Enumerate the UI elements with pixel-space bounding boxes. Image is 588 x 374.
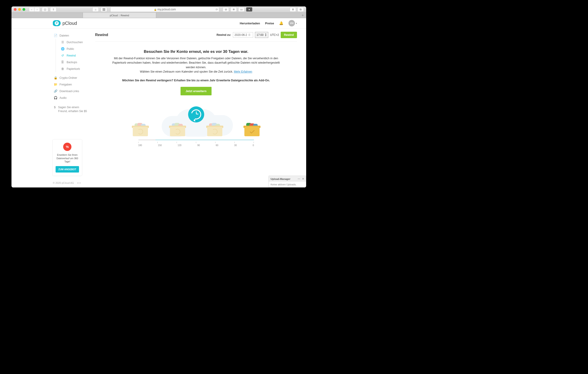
sidebar-label: Download-Links bbox=[60, 90, 79, 93]
tl-label: 120 bbox=[178, 144, 181, 147]
list-icon: ☰ bbox=[61, 41, 64, 44]
date-input[interactable]: 2020-06-2 🗓 bbox=[233, 32, 253, 38]
headphones-icon: 🎧 bbox=[54, 96, 57, 99]
extension-icon-2[interactable]: ▭ bbox=[238, 7, 245, 12]
sidebar-label: Public bbox=[67, 47, 74, 51]
address-bar[interactable]: 🔒 my.pcloud.com ⟳ bbox=[110, 7, 219, 12]
browser-tab[interactable]: pCloud :: Rewind bbox=[83, 13, 156, 18]
main-area: Rewind Rewind zu: 2020-06-2 🗓 17:00 ▲▼ U… bbox=[90, 29, 306, 187]
stepper-icon: ▲▼ bbox=[265, 33, 267, 37]
sidebar-item-crypto[interactable]: 🔒 Crypto-Ordner bbox=[53, 75, 90, 81]
sidebar-item-backups[interactable]: 🗄 Backups bbox=[56, 59, 90, 65]
tl-label: 150 bbox=[158, 144, 162, 147]
sidebar-label: Crypto-Ordner bbox=[60, 76, 77, 79]
downloads-icon[interactable]: ⬇ bbox=[290, 7, 296, 12]
file-icon: 📄 bbox=[54, 34, 57, 37]
tl-label: 60 bbox=[216, 144, 218, 147]
lock-icon: 🔒 bbox=[54, 76, 57, 79]
close-icon[interactable]: ✕ bbox=[302, 177, 304, 180]
share-icon[interactable]: ⇪ bbox=[50, 7, 56, 12]
sidebar-label: Dateien bbox=[60, 34, 69, 37]
time-input[interactable]: 17:00 ▲▼ bbox=[255, 32, 268, 38]
tab-title: pCloud :: Rewind bbox=[110, 14, 129, 17]
forward-button[interactable]: › bbox=[34, 7, 40, 12]
sidebar-label: Durchsuchen bbox=[67, 41, 83, 44]
tl-label: 30 bbox=[234, 144, 237, 147]
hero: Besuchen Sie Ihr Konto erneut, wie es vo… bbox=[95, 49, 297, 95]
rewind-clock-icon bbox=[188, 106, 204, 122]
app-header: pCloud Herunterladen Preise 🔔 VH ▾ bbox=[11, 18, 306, 29]
upload-manager-title: Upload-Manager bbox=[271, 178, 290, 180]
link-icon: 🔗 bbox=[54, 89, 57, 93]
browser-window: ‹ › ◫ ⇪ ⌂ 🔒 my.pcloud.com ⟳ ⊘ ✲ ▭ ● ⬇ ⧉ … bbox=[11, 6, 306, 187]
folder-shared-icon: 📁 bbox=[54, 83, 57, 86]
footer: © 2020 pCloud AG ••• bbox=[53, 182, 81, 184]
new-tab-button[interactable]: + bbox=[299, 13, 306, 18]
nav-download[interactable]: Herunterladen bbox=[240, 21, 260, 25]
sidebar-item-public[interactable]: 🌐 Public bbox=[56, 45, 90, 52]
promo-text: Erweitern Sie Ihren Dateiverlauf um 360 … bbox=[55, 153, 80, 163]
extend-now-button[interactable]: Jetzt erweitern bbox=[180, 87, 211, 95]
minimize-window-icon[interactable] bbox=[18, 8, 21, 11]
rewind-illustration: 180 150 120 90 60 30 0 bbox=[95, 102, 297, 147]
nav-pricing[interactable]: Preise bbox=[265, 21, 274, 25]
sidebar-item-files[interactable]: 📄 Dateien bbox=[53, 32, 90, 39]
home-icon[interactable]: ⌂ bbox=[92, 7, 99, 12]
nav-back-forward: ‹ › bbox=[29, 7, 40, 12]
learn-more-link[interactable]: Mehr Erfahren bbox=[234, 70, 252, 73]
bell-icon[interactable]: 🔔 bbox=[279, 21, 284, 25]
sidebar-item-browse[interactable]: ☰ Durchsuchen bbox=[56, 39, 90, 45]
copyright: © 2020 pCloud AG bbox=[53, 182, 74, 184]
sidebar-label: Sagen Sie einem Freund, erhalten Sie $5 bbox=[58, 106, 89, 113]
rewind-icon: ↺ bbox=[61, 54, 64, 57]
hero-body: Mit der Rewind-Funktion können Sie alte … bbox=[110, 56, 282, 74]
sidebar-label: Freigaben bbox=[60, 83, 72, 86]
back-button[interactable]: ‹ bbox=[29, 7, 34, 12]
tl-label: 90 bbox=[197, 144, 200, 147]
trash-icon: 🗑 bbox=[61, 67, 64, 71]
rewind-button[interactable]: Rewind bbox=[281, 32, 297, 38]
privacy-icon[interactable]: ⊘ bbox=[222, 7, 229, 12]
tl-label: 180 bbox=[138, 144, 142, 147]
history-box-icon bbox=[133, 124, 148, 136]
tabs-icon[interactable]: ⧉ bbox=[297, 7, 304, 12]
calendar-icon: 🗓 bbox=[248, 33, 251, 37]
upload-manager-status: Keine aktiven Uploads. bbox=[269, 182, 306, 187]
extension-icon-1[interactable]: ✲ bbox=[230, 7, 237, 12]
refresh-icon[interactable]: ⟳ bbox=[216, 8, 218, 11]
sidebar-item-rewind[interactable]: ↺ Rewind bbox=[56, 52, 90, 59]
extension-icon-3[interactable]: ● bbox=[246, 7, 252, 12]
sidebar-item-shares[interactable]: 📁 Freigaben bbox=[53, 81, 90, 88]
sidebar-label: Rewind bbox=[67, 54, 76, 57]
page-header: Rewind Rewind zu: 2020-06-2 🗓 17:00 ▲▼ U… bbox=[95, 32, 297, 38]
minimize-icon[interactable]: — bbox=[298, 177, 300, 180]
globe-icon: 🌐 bbox=[61, 47, 64, 51]
sidebar-toggle-icon[interactable]: ◫ bbox=[42, 7, 48, 12]
hero-sub2: Möchten Sie den Rewind verlängern? Erhal… bbox=[110, 78, 282, 83]
sidebar-item-links[interactable]: 🔗 Download-Links bbox=[53, 88, 90, 95]
history-box-icon bbox=[207, 124, 222, 136]
sidebar-label: Audio bbox=[60, 96, 67, 99]
check-icon bbox=[249, 129, 255, 134]
backup-icon: 🗄 bbox=[61, 60, 64, 64]
page-title: Rewind bbox=[95, 33, 108, 37]
window-controls bbox=[14, 8, 25, 11]
sidebar-item-audio[interactable]: 🎧 Audio bbox=[53, 95, 90, 101]
apps-icon[interactable] bbox=[101, 7, 107, 12]
page-content: pCloud Herunterladen Preise 🔔 VH ▾ 📄 Dat… bbox=[11, 18, 306, 187]
maximize-window-icon[interactable] bbox=[22, 8, 25, 11]
logo-icon bbox=[53, 20, 61, 26]
sidebar-label: Backups bbox=[67, 61, 77, 64]
date-value: 2020-06-2 bbox=[234, 33, 247, 37]
time-value: 17:00 bbox=[257, 33, 263, 37]
sidebar-item-referral[interactable]: $ Sagen Sie einem Freund, erhalten Sie $… bbox=[53, 104, 90, 115]
account-menu[interactable]: VH ▾ bbox=[288, 20, 297, 26]
close-window-icon[interactable] bbox=[14, 8, 17, 11]
more-icon[interactable]: ••• bbox=[77, 182, 81, 184]
logo[interactable]: pCloud bbox=[53, 20, 77, 26]
logo-text: pCloud bbox=[63, 21, 77, 26]
rewind-controls: Rewind zu: 2020-06-2 🗓 17:00 ▲▼ UTC+2 Re… bbox=[217, 32, 297, 38]
discount-badge-icon: % bbox=[63, 143, 72, 151]
promo-button[interactable]: ZUM ANGEBOT bbox=[56, 166, 79, 172]
sidebar-item-trash[interactable]: 🗑 Papierkorb bbox=[56, 65, 90, 72]
